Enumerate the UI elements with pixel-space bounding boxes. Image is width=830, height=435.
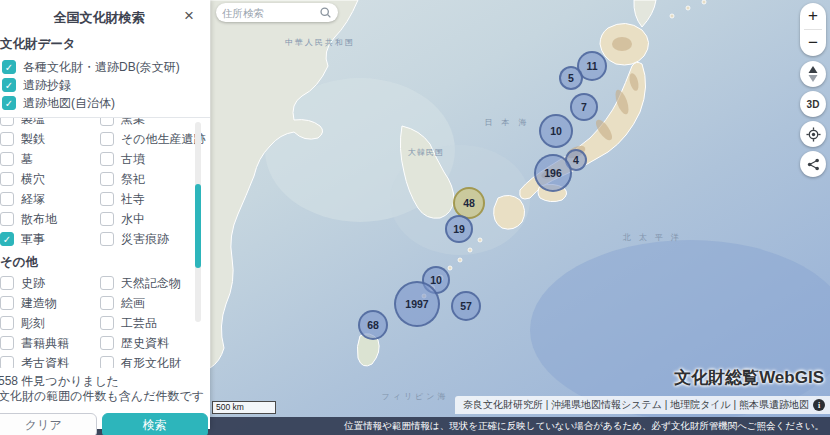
filter-item[interactable]: 製塩: [0, 118, 100, 129]
map-canvas[interactable]: 中華人民共和国大韓民国日本海北太平洋フィリピン海 115710419648191…: [210, 0, 830, 435]
checkbox-unchecked[interactable]: [100, 132, 114, 146]
filter-group-title: その他: [0, 254, 210, 271]
filter-item[interactable]: 書籍典籍: [0, 333, 100, 353]
filter-item[interactable]: 水中: [100, 209, 210, 229]
cluster-marker[interactable]: 10: [539, 114, 573, 148]
filter-item[interactable]: 製鉄: [0, 129, 100, 149]
filter-item[interactable]: 有形文化財: [100, 353, 210, 368]
result-count: 558 件見つかりました: [0, 374, 210, 389]
checkbox-unchecked[interactable]: [0, 296, 14, 310]
cluster-marker[interactable]: 196: [534, 154, 572, 192]
filter-item[interactable]: 経塚: [0, 189, 100, 209]
filter-item[interactable]: 災害痕跡: [100, 229, 210, 249]
filter-item[interactable]: その他生産遺跡: [100, 129, 210, 149]
disclaimer-text: 位置情報や範囲情報は、現状を正確に反映していない場合があるため、必ず文化財所管機…: [344, 420, 824, 433]
filter-item-label: 有形文化財: [121, 355, 181, 369]
map-place-label: 大韓民国: [408, 147, 444, 158]
filter-item-label: 祭祀: [121, 171, 145, 188]
share-icon: [807, 158, 820, 171]
checkbox-checked[interactable]: [2, 60, 16, 74]
checkbox-unchecked[interactable]: [100, 336, 114, 350]
share-button[interactable]: [800, 151, 826, 177]
filter-item-label: 水中: [121, 211, 145, 228]
filter-item[interactable]: 絵画: [100, 293, 210, 313]
cluster-marker[interactable]: 68: [358, 310, 388, 340]
filter-item-label: 工芸品: [121, 315, 157, 332]
checkbox-unchecked[interactable]: [0, 172, 14, 186]
close-icon[interactable]: ×: [184, 6, 194, 26]
filter-item[interactable]: 建造物: [0, 293, 100, 313]
scrollbar-track[interactable]: [195, 122, 201, 322]
checkbox-unchecked[interactable]: [0, 132, 14, 146]
search-button[interactable]: 検索: [102, 413, 209, 435]
filter-item[interactable]: 社寺: [100, 189, 210, 209]
filter-item[interactable]: 史跡: [0, 273, 100, 293]
filter-item[interactable]: 彫刻: [0, 313, 100, 333]
filter-scroll-area[interactable]: 製塩窯業製鉄その他生産遺跡墓古墳横穴祭祀経塚社寺散布地水中軍事災害痕跡その他史跡…: [0, 118, 210, 368]
filter-item-label: 製塩: [21, 118, 45, 128]
filter-item[interactable]: 軍事: [0, 229, 100, 249]
data-source-item[interactable]: 遺跡地図(自治体): [2, 94, 210, 112]
filter-grid: 史跡天然記念物建造物絵画彫刻工芸品書籍典籍歴史資料考古資料有形文化財無形文化財民…: [0, 273, 210, 368]
3d-toggle-button[interactable]: 3D: [800, 91, 826, 117]
filter-item[interactable]: 考古資料: [0, 353, 100, 368]
filter-item[interactable]: 工芸品: [100, 313, 210, 333]
filter-item[interactable]: 天然記念物: [100, 273, 210, 293]
checkbox-unchecked[interactable]: [0, 316, 14, 330]
scrollbar-thumb[interactable]: [195, 184, 201, 268]
checkbox-unchecked[interactable]: [100, 172, 114, 186]
geolocate-button[interactable]: [800, 121, 826, 147]
filter-item[interactable]: 歴史資料: [100, 333, 210, 353]
checkbox-unchecked[interactable]: [0, 212, 14, 226]
checkbox-unchecked[interactable]: [100, 356, 114, 368]
filter-item-label: 建造物: [21, 295, 57, 312]
filter-item[interactable]: 窯業: [100, 118, 210, 129]
checkbox-unchecked[interactable]: [100, 276, 114, 290]
filter-item-label: 窯業: [121, 118, 145, 128]
zoom-out-button[interactable]: −: [800, 30, 826, 56]
filter-item[interactable]: 散布地: [0, 209, 100, 229]
checkbox-checked[interactable]: [2, 78, 16, 92]
data-source-item[interactable]: 各種文化財・遺跡DB(奈文研): [2, 58, 210, 76]
geolocate-icon: [806, 127, 821, 142]
address-search-box[interactable]: [216, 3, 338, 22]
filter-item-label: 史跡: [21, 275, 45, 292]
filter-item[interactable]: 墓: [0, 149, 100, 169]
filter-item[interactable]: 古墳: [100, 149, 210, 169]
filter-item[interactable]: 横穴: [0, 169, 100, 189]
checkbox-checked[interactable]: [0, 232, 14, 246]
filter-grid: 製塩窯業製鉄その他生産遺跡墓古墳横穴祭祀経塚社寺散布地水中軍事災害痕跡: [0, 118, 210, 249]
checkbox-unchecked[interactable]: [0, 276, 14, 290]
checkbox-unchecked[interactable]: [0, 192, 14, 206]
data-source-item-label: 遺跡地図(自治体): [23, 95, 115, 112]
checkbox-unchecked[interactable]: [100, 316, 114, 330]
zoom-in-button[interactable]: +: [800, 3, 826, 29]
filter-item-label: 墓: [21, 151, 33, 168]
address-search-input[interactable]: [222, 7, 319, 19]
checkbox-unchecked[interactable]: [100, 232, 114, 246]
data-source-item[interactable]: 遺跡抄録: [2, 76, 210, 94]
checkbox-unchecked[interactable]: [0, 152, 14, 166]
checkbox-unchecked[interactable]: [0, 118, 14, 126]
cluster-marker[interactable]: 1997: [394, 281, 440, 327]
search-sidebar: 全国文化財検索 × 文化財データ 各種文化財・遺跡DB(奈文研)遺跡抄録遺跡地図…: [0, 0, 210, 429]
info-icon[interactable]: i: [813, 399, 825, 411]
cluster-marker[interactable]: 7: [570, 93, 598, 121]
cluster-marker[interactable]: 5: [559, 66, 583, 90]
filter-item[interactable]: 祭祀: [100, 169, 210, 189]
checkbox-unchecked[interactable]: [100, 118, 114, 126]
checkbox-unchecked[interactable]: [100, 212, 114, 226]
compass-pitch-button[interactable]: [800, 61, 826, 87]
checkbox-checked[interactable]: [2, 96, 16, 110]
checkbox-unchecked[interactable]: [100, 152, 114, 166]
search-results-summary: 558 件見つかりました 文化財の範囲の件数も含んだ件数です: [0, 374, 210, 404]
checkbox-unchecked[interactable]: [0, 336, 14, 350]
clear-button[interactable]: クリア: [0, 413, 97, 435]
checkbox-unchecked[interactable]: [100, 192, 114, 206]
checkbox-unchecked[interactable]: [100, 296, 114, 310]
app-window: 中華人民共和国大韓民国日本海北太平洋フィリピン海 115710419648191…: [0, 0, 830, 435]
checkbox-unchecked[interactable]: [0, 356, 14, 368]
data-source-item-label: 遺跡抄録: [23, 77, 71, 94]
cluster-marker[interactable]: 57: [451, 291, 481, 321]
cluster-marker[interactable]: 19: [445, 215, 473, 243]
